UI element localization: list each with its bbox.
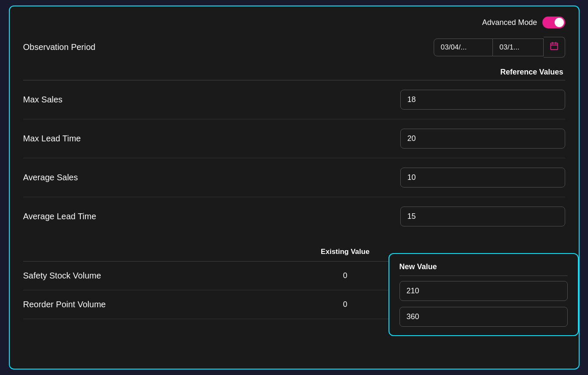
average-lead-time-input[interactable] — [400, 207, 565, 226]
reference-values-heading: Reference Values — [23, 68, 563, 77]
max-sales-input[interactable] — [400, 90, 565, 110]
observation-period-label: Observation Period — [23, 42, 96, 52]
date-range-group — [434, 37, 565, 58]
safety-stock-label: Safety Stock Volume — [23, 271, 303, 281]
advanced-mode-toggle[interactable] — [542, 17, 565, 28]
date-end-input[interactable] — [493, 39, 544, 56]
average-lead-time-label: Average Lead Time — [23, 212, 96, 221]
calendar-button[interactable] — [544, 37, 565, 58]
new-value-heading: New Value — [399, 262, 568, 276]
new-value-card: New Value — [388, 253, 579, 336]
reorder-point-label: Reorder Point Volume — [23, 300, 303, 309]
average-sales-label: Average Sales — [23, 173, 78, 182]
advanced-mode-row: Advanced Mode — [23, 17, 565, 28]
safety-stock-existing: 0 — [303, 271, 388, 280]
observation-period-row: Observation Period — [23, 37, 565, 58]
advanced-mode-label: Advanced Mode — [482, 18, 537, 27]
col-existing-header: Existing Value — [303, 248, 388, 256]
average-sales-row: Average Sales — [23, 158, 565, 197]
toggle-thumb — [555, 18, 564, 27]
calendar-icon — [550, 41, 559, 53]
average-sales-input[interactable] — [400, 168, 565, 188]
safety-stock-new-input[interactable] — [399, 281, 568, 301]
svg-rect-0 — [550, 43, 558, 50]
table-section: Existing Value New Value Safety Stock Vo… — [23, 243, 565, 319]
average-lead-time-row: Average Lead Time — [23, 197, 565, 236]
reorder-point-existing: 0 — [303, 300, 388, 309]
max-sales-row: Max Sales — [23, 80, 565, 119]
reference-values-fields: Max Sales Max Lead Time Average Sales Av… — [23, 80, 565, 236]
reorder-point-new-input[interactable] — [399, 307, 568, 327]
date-start-input[interactable] — [434, 39, 493, 56]
max-lead-time-label: Max Lead Time — [23, 134, 81, 143]
max-lead-time-input[interactable] — [400, 129, 565, 149]
max-sales-label: Max Sales — [23, 95, 63, 105]
max-lead-time-row: Max Lead Time — [23, 119, 565, 158]
main-card: Advanced Mode Observation Period — [9, 6, 580, 369]
